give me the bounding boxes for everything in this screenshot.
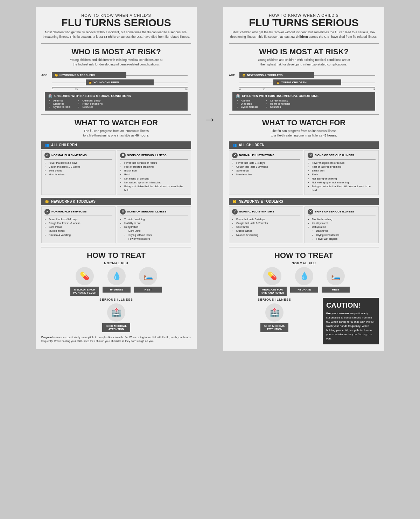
left-risk-title: WHO IS MOST AT RISK?: [41, 47, 191, 56]
medical-label: SEEK MEDICALATTENTION: [102, 323, 130, 332]
left-serious-treat: 🏥 SEEK MEDICALATTENTION: [41, 303, 191, 332]
right-medicate-label: MEDICATE FORPAIN AND FEVER: [258, 287, 287, 296]
right-age-label: AGE: [229, 73, 235, 77]
right-treat-caution-row: SERIOUS ILLNESS 🏥 SEEK MEDICALATTENTION …: [229, 298, 379, 344]
right-watch-subtitle: The flu can progress from an innocuous i…: [229, 129, 379, 138]
right-risk-subtitle: Young children and children with existin…: [229, 58, 379, 66]
left-treat-icons: 💊 MEDICATE FORPAIN AND FEVER 💧 HYDRATE 🛏…: [41, 267, 191, 296]
left-conditions-header: 🏥 CHILDREN WITH EXISTING MEDICAL CONDITI…: [48, 94, 184, 98]
left-pregnant-note: Pregnant women are particularly suscepti…: [41, 336, 191, 343]
left-medicate-item: 💊 MEDICATE FORPAIN AND FEVER: [70, 267, 99, 296]
left-all-serious-box: ✕ SIGNS OF SERIOUS ILLNESS Fever that pe…: [117, 150, 191, 195]
right-serious-label: SERIOUS ILLNESS: [229, 298, 320, 301]
right-all-normal-list: Fever that lasts 3-4 days Cough that las…: [232, 161, 300, 177]
right-newborns-normal-header: ✓ NORMAL FLU SYMPTOMS: [232, 209, 300, 216]
right-all-normal-header: ✓ NORMAL FLU SYMPTOMS: [232, 153, 300, 160]
left-divider2: [41, 114, 191, 115]
right-check-icon: ✓: [232, 153, 238, 158]
caution-title: CAUTION!: [326, 301, 375, 309]
left-description: Most children who get the flu recover wi…: [41, 30, 191, 39]
left-newborns-symptoms-row: ✓ NORMAL FLU SYMPTOMS Fever that lasts 3…: [41, 206, 191, 244]
right-rest-item: 🛏️ REST: [322, 267, 350, 296]
right-medical-item: 🏥 SEEK MEDICALATTENTION: [260, 303, 288, 332]
x-icon: ✕: [120, 153, 126, 158]
right-conditions-lists: Asthma Diabetes Cystic fibrosis Cerebral…: [236, 99, 372, 108]
right-watch-title: WHAT TO WATCH FOR: [229, 118, 379, 127]
left-conditions-list1: Asthma Diabetes Cystic fibrosis: [48, 99, 70, 108]
right-divider3: [229, 247, 379, 247]
left-watch-subtitle: The flu can progress from an innocuous i…: [41, 129, 191, 138]
right-newborns-group: 👶 NEWBORNS & TODDLERS ✓ NORMAL FLU SYMPT…: [229, 198, 379, 244]
left-all-serious-list: Fever that persists or recurs Fast or la…: [120, 161, 188, 192]
left-conditions-lists: Asthma Diabetes Cystic fibrosis Cerebral…: [48, 99, 184, 108]
newborns-bar: 👶 NEWBORNS & TODDLERS: [52, 72, 126, 78]
left-watch-title: WHAT TO WATCH FOR: [41, 118, 191, 127]
left-divider1: [41, 43, 191, 44]
right-conditions-header: 🏥 CHILDREN WITH EXISTING MEDICAL CONDITI…: [236, 94, 372, 98]
left-watch-section: WHAT TO WATCH FOR The flu can progress f…: [41, 118, 191, 243]
left-all-normal-box: ✓ NORMAL FLU SYMPTOMS Fever that lasts 3…: [41, 150, 115, 195]
left-all-children-header: 👥 ALL CHILDREN: [41, 141, 191, 149]
right-rest-label: REST: [322, 287, 350, 293]
right-newborns-serious-header: ✕ SIGNS OF SERIOUS ILLNESS: [308, 209, 376, 216]
left-divider3: [41, 247, 191, 247]
right-medicate-icon: 💊: [263, 267, 281, 285]
left-newborns-header: 👶 NEWBORNS & TODDLERS: [41, 198, 191, 205]
age-label: AGE: [41, 73, 47, 77]
right-age-scale: 0 2 5 18: [239, 87, 375, 91]
right-treat-title: HOW TO TREAT: [229, 251, 379, 260]
right-description: Most children who get the flu recover wi…: [229, 30, 379, 39]
right-conditions-list2: Cerebral palsy Heart conditions Seizures: [265, 99, 290, 108]
check-icon: ✓: [44, 153, 50, 158]
young-children-bar: 🧒 YOUNG CHILDREN: [86, 79, 154, 85]
caution-text: Pregnant women are particularly suscepti…: [326, 311, 375, 341]
left-conditions-list2: Cerebral palsy Heart conditions Seizures: [77, 99, 103, 108]
right-treat-icons: 💊 MEDICATE FORPAIN AND FEVER 💧 HYDRATE 🛏…: [229, 267, 379, 296]
right-medical-label: SEEK MEDICALATTENTION: [260, 323, 288, 332]
rest-icon: 🛏️: [139, 267, 157, 285]
medicate-label: MEDICATE FORPAIN AND FEVER: [70, 287, 99, 296]
right-medical-icon: 🏥: [265, 303, 284, 322]
left-hydrate-item: 💧 HYDRATE: [103, 267, 131, 296]
right-all-serious-header: ✕ SIGNS OF SERIOUS ILLNESS: [308, 153, 376, 160]
left-all-children-group: 👥 ALL CHILDREN ✓ NORMAL FLU SYMPTOMS Fev…: [41, 141, 191, 195]
right-divider1: [229, 43, 379, 44]
right-header: HOW TO KNOW WHEN A CHILD'S FLU TURNS SER…: [229, 13, 379, 39]
left-timeline: AGE 👶 NEWBORNS & TODDLERS 🧒 YOUN: [41, 70, 191, 91]
left-newborns-serious-list: Trouble breathing Inability to eat Dehyd…: [120, 217, 188, 241]
left-main-title: FLU TURNS SERIOUS: [41, 17, 191, 28]
left-risk-subtitle: Young children and children with existin…: [41, 58, 191, 66]
rest-label: REST: [134, 287, 162, 293]
left-newborns-serious-header: ✕ SIGNS OF SERIOUS ILLNESS: [120, 209, 188, 216]
right-conditions-list1: Asthma Diabetes Cystic fibrosis: [236, 99, 258, 108]
left-newborns-normal-box: ✓ NORMAL FLU SYMPTOMS Fever that lasts 3…: [41, 206, 115, 244]
check-icon2: ✓: [44, 209, 50, 215]
right-newborns-normal-box: ✓ NORMAL FLU SYMPTOMS Fever that lasts 3…: [229, 206, 303, 244]
left-all-symptoms-row: ✓ NORMAL FLU SYMPTOMS Fever that lasts 3…: [41, 150, 191, 195]
age-scale: 0 2 5 18: [52, 87, 188, 91]
right-arrow-icon: →: [204, 112, 216, 127]
left-all-normal-list: Fever that lasts 3-4 days Cough that las…: [44, 161, 112, 177]
right-risk-section: WHO IS MOST AT RISK? Young children and …: [229, 47, 379, 111]
right-all-serious-box: ✕ SIGNS OF SERIOUS ILLNESS Fever that pe…: [304, 150, 379, 195]
left-treat-title: HOW TO TREAT: [41, 251, 191, 260]
right-serious-treat: 🏥 SEEK MEDICALATTENTION: [229, 303, 320, 332]
right-risk-title: WHO IS MOST AT RISK?: [229, 47, 379, 56]
left-panel: HOW TO KNOW WHEN A CHILD'S FLU TURNS SER…: [36, 7, 197, 349]
left-newborns-normal-list: Fever that lasts 3-4 days Cough that las…: [44, 217, 112, 237]
right-all-children-group: 👥 ALL CHILDREN ✓ NORMAL FLU SYMPTOMS Fev…: [229, 141, 379, 195]
caution-content: CAUTION! Pregnant women are particularly…: [323, 298, 379, 344]
left-normal-flu-label: NORMAL FLU: [41, 261, 191, 265]
right-normal-flu-label: NORMAL FLU: [229, 261, 379, 265]
right-watch-section: WHAT TO WATCH FOR The flu can progress f…: [229, 118, 379, 243]
right-newborns-serious-list: Trouble breathing Inability to eat Dehyd…: [308, 217, 376, 241]
right-medicate-item: 💊 MEDICATE FORPAIN AND FEVER: [258, 267, 287, 296]
right-newborns-bar: 👶 NEWBORNS & TODDLERS: [239, 72, 314, 78]
right-all-children-header: 👥 ALL CHILDREN: [229, 141, 379, 149]
right-all-normal-box: ✓ NORMAL FLU SYMPTOMS Fever that lasts 3…: [229, 150, 303, 195]
right-hydrate-label: HYDRATE: [290, 287, 318, 293]
right-conditions-box: 🏥 CHILDREN WITH EXISTING MEDICAL CONDITI…: [232, 92, 375, 111]
left-risk-section: WHO IS MOST AT RISK? Young children and …: [41, 47, 191, 111]
left-medical-item: 🏥 SEEK MEDICALATTENTION: [102, 303, 130, 332]
x-icon2: ✕: [120, 209, 126, 215]
